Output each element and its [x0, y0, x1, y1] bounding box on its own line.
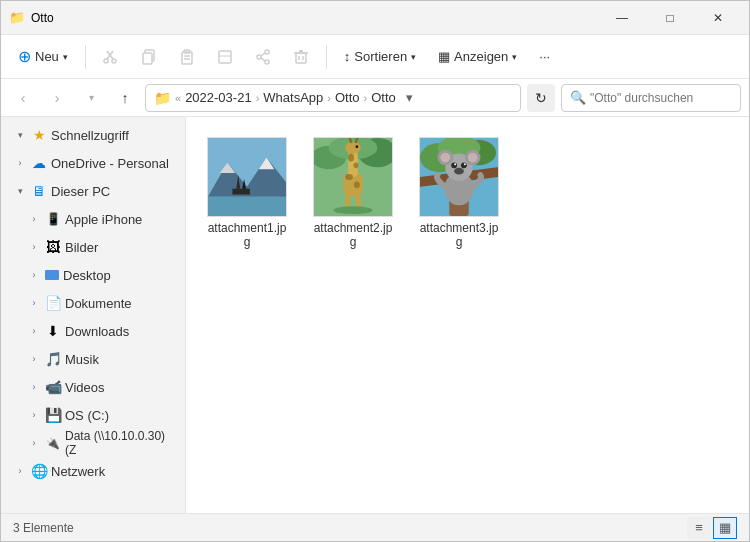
svg-point-3: [112, 59, 116, 63]
search-box[interactable]: 🔍: [561, 84, 741, 112]
window: 📁 Otto — □ ✕ ⊕ Neu ▾: [0, 0, 750, 542]
sidebar-label: Dieser PC: [51, 184, 173, 199]
address-path[interactable]: 📁 « 2022-03-21 › WhatsApp › Otto › Otto …: [145, 84, 521, 112]
main-content: ▾ ★ Schnellzugriff › ☁ OneDrive - Person…: [1, 117, 749, 513]
cloud-icon: ☁: [31, 155, 47, 171]
expand-icon: ›: [13, 158, 27, 168]
title-bar: 📁 Otto — □ ✕: [1, 1, 749, 35]
sidebar-label: Bilder: [65, 240, 173, 255]
view-label: Anzeigen: [454, 49, 508, 64]
more-button[interactable]: ···: [530, 44, 559, 69]
svg-point-56: [440, 153, 450, 163]
svg-line-15: [261, 53, 265, 56]
svg-point-58: [468, 153, 478, 163]
sidebar-item-dieser-pc[interactable]: ▾ 🖥 Dieser PC: [5, 177, 181, 205]
delete-button[interactable]: [284, 40, 318, 74]
new-button[interactable]: ⊕ Neu ▾: [9, 42, 77, 71]
grid-view-button[interactable]: ▦: [713, 517, 737, 539]
new-icon: ⊕: [18, 47, 31, 66]
rename-icon: [217, 49, 233, 65]
file-item[interactable]: attachment3.jpg: [414, 133, 504, 253]
expand-icon: ›: [13, 466, 27, 476]
toolbar: ⊕ Neu ▾ ↕ Sortieren ▾ ▦ An: [1, 35, 749, 79]
sidebar-item-downloads[interactable]: › ⬇ Downloads: [5, 317, 181, 345]
maximize-button[interactable]: □: [647, 1, 693, 35]
list-view-button[interactable]: ≡: [687, 517, 711, 539]
search-icon: 🔍: [570, 90, 586, 105]
expand-icon: ›: [27, 382, 41, 392]
back-button[interactable]: ‹: [9, 84, 37, 112]
sidebar-label: Apple iPhone: [65, 212, 173, 227]
svg-rect-7: [182, 52, 192, 64]
breadcrumb-whatsapp: WhatsApp: [263, 90, 323, 105]
paste-button[interactable]: [170, 40, 204, 74]
refresh-button[interactable]: ↻: [527, 84, 555, 112]
sidebar-item-onedrive[interactable]: › ☁ OneDrive - Personal: [5, 149, 181, 177]
thumbnail-image-1: [208, 137, 286, 217]
svg-point-43: [354, 181, 360, 188]
svg-rect-27: [232, 189, 250, 195]
breadcrumb-otto1: Otto: [335, 90, 360, 105]
svg-line-16: [261, 58, 265, 61]
sidebar-label: Netzwerk: [51, 464, 173, 479]
window-title: Otto: [31, 11, 599, 25]
rename-button[interactable]: [208, 40, 242, 74]
phone-icon: 📱: [45, 211, 61, 227]
close-button[interactable]: ✕: [695, 1, 741, 35]
sidebar-item-os-c[interactable]: › 💾 OS (C:): [5, 401, 181, 429]
toolbar-separator-2: [326, 45, 327, 69]
file-item[interactable]: attachment1.jpg: [202, 133, 292, 253]
sidebar-item-apple-iphone[interactable]: › 📱 Apple iPhone: [5, 205, 181, 233]
file-area: attachment1.jpg: [186, 117, 749, 513]
pc-icon: 🖥: [31, 183, 47, 199]
svg-point-39: [355, 145, 358, 148]
sort-arrow-icon: ▾: [411, 52, 416, 62]
sidebar-label: OneDrive - Personal: [51, 156, 173, 171]
up-button[interactable]: ↑: [111, 84, 139, 112]
sort-button[interactable]: ↕ Sortieren ▾: [335, 44, 425, 69]
thumbnail-image-3: [420, 137, 498, 217]
sidebar-item-videos[interactable]: › 📹 Videos: [5, 373, 181, 401]
sidebar-item-musik[interactable]: › 🎵 Musik: [5, 345, 181, 373]
downloads-icon: ⬇: [45, 323, 61, 339]
copy-icon: [141, 49, 157, 65]
network-drive-icon: 🔌: [45, 435, 61, 451]
svg-point-60: [461, 162, 467, 168]
svg-point-13: [265, 60, 269, 64]
sidebar-label: OS (C:): [65, 408, 173, 423]
view-arrow-icon: ▾: [512, 52, 517, 62]
file-thumbnail-3: [419, 137, 499, 217]
breadcrumb-otto2: Otto: [371, 90, 396, 105]
status-bar: 3 Elemente ≡ ▦: [1, 513, 749, 541]
path-folder-icon: 📁: [154, 90, 171, 106]
expand-icon: ›: [27, 410, 41, 420]
sidebar-item-bilder[interactable]: › 🖼 Bilder: [5, 233, 181, 261]
share-button[interactable]: [246, 40, 280, 74]
status-count: 3 Elemente: [13, 521, 74, 535]
thumbnail-image-2: [314, 137, 392, 217]
sidebar-item-desktop[interactable]: › Desktop: [5, 261, 181, 289]
drive-icon: 💾: [45, 407, 61, 423]
search-input[interactable]: [590, 91, 732, 105]
music-icon: 🎵: [45, 351, 61, 367]
file-item[interactable]: attachment2.jpg: [308, 133, 398, 253]
sidebar-item-schnellzugriff[interactable]: ▾ ★ Schnellzugriff: [5, 121, 181, 149]
address-dropdown-icon[interactable]: ▾: [400, 84, 420, 112]
sidebar-item-data[interactable]: › 🔌 Data (\\10.10.0.30) (Z: [5, 429, 181, 457]
star-icon: ★: [31, 127, 47, 143]
network-icon: 🌐: [31, 463, 47, 479]
recent-button[interactable]: ▾: [77, 84, 105, 112]
svg-point-63: [454, 168, 464, 175]
svg-rect-5: [143, 53, 152, 64]
sidebar-item-netzwerk[interactable]: › 🌐 Netzwerk: [5, 457, 181, 485]
view-button[interactable]: ▦ Anzeigen ▾: [429, 44, 526, 69]
copy-button[interactable]: [132, 40, 166, 74]
sidebar-label: Dokumente: [65, 296, 173, 311]
cut-icon: [103, 49, 119, 65]
expand-icon: ›: [27, 326, 41, 336]
sidebar-item-dokumente[interactable]: › 📄 Dokumente: [5, 289, 181, 317]
view-icon: ▦: [438, 49, 450, 64]
cut-button[interactable]: [94, 40, 128, 74]
forward-button[interactable]: ›: [43, 84, 71, 112]
minimize-button[interactable]: —: [599, 1, 645, 35]
